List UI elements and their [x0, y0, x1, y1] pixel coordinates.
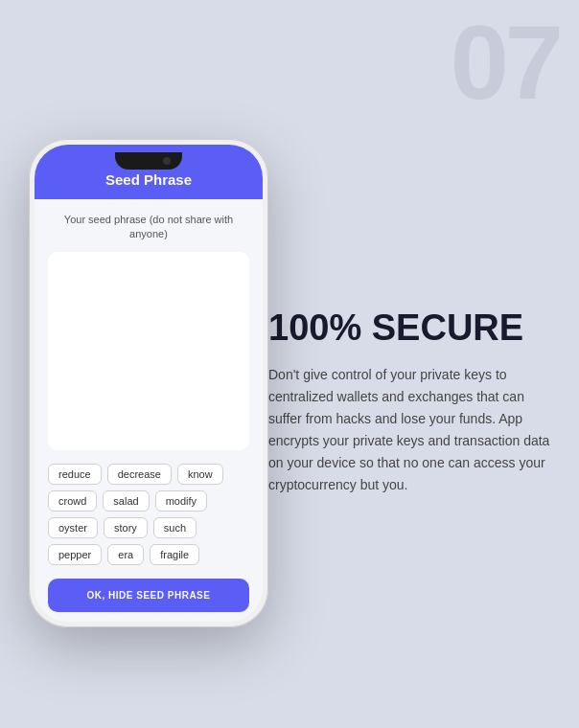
seed-word: modify	[155, 490, 207, 512]
page-number: 07	[451, 10, 560, 115]
seed-word: oyster	[48, 517, 98, 538]
phone-notch	[115, 152, 182, 170]
phone-screen: Seed Phrase Your seed phrase (do not sha…	[35, 145, 263, 622]
phone-mockup: Seed Phrase Your seed phrase (do not sha…	[29, 139, 278, 627]
seed-word: salad	[103, 490, 149, 512]
seed-word: pepper	[48, 544, 102, 565]
app-body: Your seed phrase (do not share with anyo…	[35, 199, 263, 622]
phone-camera	[163, 157, 171, 165]
seed-word: crowd	[48, 490, 97, 512]
seed-word: fragile	[150, 544, 199, 565]
seed-word: story	[104, 517, 148, 538]
seed-word: know	[177, 464, 223, 485]
seed-word: decrease	[107, 464, 172, 485]
seed-words-container: reducedecreaseknowcrowdsaladmodifyoyster…	[48, 460, 249, 569]
phone-outer: Seed Phrase Your seed phrase (do not sha…	[29, 139, 268, 627]
seed-word: reduce	[48, 464, 102, 485]
right-panel: 100% SECURE Don't give control of your p…	[249, 289, 579, 515]
secure-description: Don't give control of your private keys …	[268, 364, 550, 497]
seed-subtitle: Your seed phrase (do not share with anyo…	[48, 213, 249, 242]
seed-display-area	[48, 252, 249, 450]
seed-word: such	[153, 517, 197, 538]
hide-seed-phrase-button[interactable]: OK, HIDE SEED PHRASE	[48, 579, 249, 612]
secure-heading: 100% SECURE	[268, 308, 550, 349]
app-header-title: Seed Phrase	[50, 171, 247, 188]
seed-word: era	[107, 544, 144, 565]
